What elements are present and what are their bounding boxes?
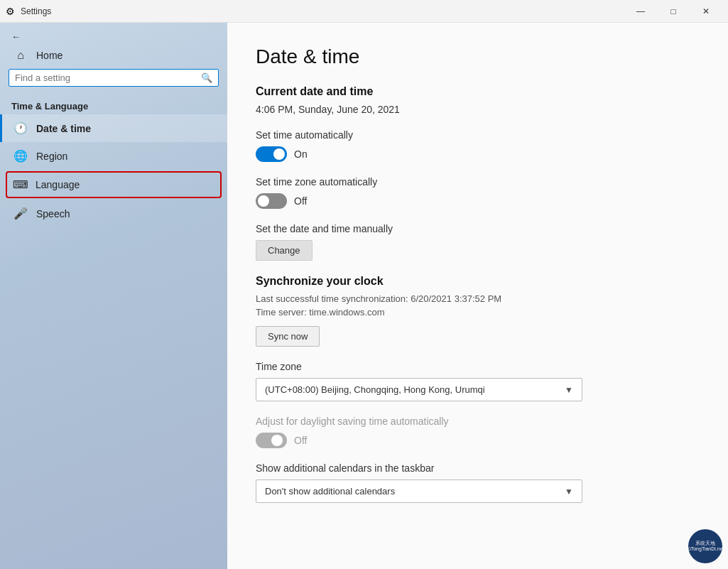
page-title: Date & time	[256, 45, 700, 68]
set-time-auto-label: Set time automatically	[256, 129, 700, 141]
set-timezone-auto-section: Set time zone automatically Off	[256, 176, 700, 209]
title-bar-title: Settings	[21, 6, 51, 16]
set-timezone-auto-toggle-row: Off	[256, 193, 700, 209]
additional-calendars-label: Show additional calendars in the taskbar	[256, 462, 700, 474]
clock-icon: 🕐	[13, 121, 28, 135]
timezone-dropdown-arrow: ▼	[565, 385, 573, 395]
watermark: 系统天地XiTongTianDi.net	[688, 529, 722, 563]
timezone-section: Time zone (UTC+08:00) Beijing, Chongqing…	[256, 361, 700, 401]
current-datetime-section: Current date and time 4:06 PM, Sunday, J…	[256, 85, 700, 115]
daylight-toggle-row: Off	[256, 433, 700, 448]
sidebar-item-language-label: Language	[36, 179, 80, 190]
additional-calendars-section: Show additional calendars in the taskbar…	[256, 462, 700, 503]
sync-line1: Last successful time synchronization: 6/…	[256, 293, 700, 304]
current-datetime-value: 4:06 PM, Sunday, June 20, 2021	[256, 104, 700, 115]
set-manually-label: Set the date and time manually	[256, 223, 700, 234]
additional-calendars-dropdown-arrow: ▼	[565, 487, 573, 497]
search-icon: 🔍	[201, 72, 212, 83]
minimize-button[interactable]: —	[624, 0, 657, 23]
daylight-label: Adjust for daylight saving time automati…	[256, 416, 700, 427]
sidebar-item-date-time[interactable]: 🕐 Date & time	[0, 114, 227, 142]
globe-icon: 🌐	[13, 149, 28, 163]
sidebar-section-label: Time & Language	[0, 95, 227, 114]
back-button[interactable]: ←	[0, 23, 227, 45]
set-time-auto-toggle[interactable]	[256, 146, 287, 162]
daylight-toggle-label: Off	[294, 435, 307, 446]
sync-now-button[interactable]: Sync now	[256, 326, 320, 347]
sync-line2: Time server: time.windows.com	[256, 307, 700, 318]
timezone-value: (UTC+08:00) Beijing, Chongqing, Hong Kon…	[265, 384, 485, 395]
sync-label: Synchronize your clock	[256, 275, 700, 288]
title-bar-controls: — □ ✕	[624, 0, 722, 23]
settings-icon: ⚙	[6, 6, 15, 17]
home-icon: ⌂	[13, 49, 28, 62]
set-timezone-auto-toggle-label: Off	[294, 195, 307, 207]
title-bar-left: ⚙ Settings	[6, 6, 51, 17]
timezone-label: Time zone	[256, 361, 700, 372]
sidebar-item-date-time-label: Date & time	[36, 123, 91, 134]
daylight-toggle[interactable]	[256, 433, 287, 448]
maximize-button[interactable]: □	[657, 0, 690, 23]
set-time-auto-toggle-row: On	[256, 146, 700, 162]
daylight-section: Adjust for daylight saving time automati…	[256, 416, 700, 448]
current-datetime-label: Current date and time	[256, 85, 700, 98]
sidebar-item-region-label: Region	[36, 151, 67, 162]
search-box[interactable]: 🔍	[9, 69, 219, 87]
watermark-text: 系统天地XiTongTianDi.net	[688, 541, 722, 553]
set-timezone-auto-label: Set time zone automatically	[256, 176, 700, 188]
sidebar-item-speech[interactable]: 🎤 Speech	[0, 200, 227, 227]
sidebar-item-home-label: Home	[36, 50, 63, 61]
sidebar-item-home[interactable]: ⌂ Home	[0, 45, 227, 66]
title-bar: ⚙ Settings — □ ✕	[0, 0, 728, 23]
additional-calendars-value: Don't show additional calendars	[265, 486, 395, 497]
app-body: ← ⌂ Home 🔍 Time & Language 🕐 Date & time…	[0, 23, 728, 569]
main-content: Date & time Current date and time 4:06 P…	[227, 23, 728, 569]
language-icon: ⌨	[13, 178, 27, 191]
set-manually-section: Set the date and time manually Change	[256, 223, 700, 261]
set-time-auto-section: Set time automatically On	[256, 129, 700, 162]
sidebar-item-speech-label: Speech	[36, 208, 70, 220]
back-icon: ←	[11, 31, 21, 42]
sidebar-item-language[interactable]: ⌨ Language	[6, 171, 222, 198]
close-button[interactable]: ✕	[690, 0, 722, 23]
search-input[interactable]	[15, 72, 197, 83]
additional-calendars-dropdown[interactable]: Don't show additional calendars ▼	[256, 479, 582, 503]
set-time-auto-toggle-label: On	[294, 148, 308, 160]
change-button[interactable]: Change	[256, 240, 313, 261]
sidebar: ← ⌂ Home 🔍 Time & Language 🕐 Date & time…	[0, 23, 227, 569]
sync-section: Synchronize your clock Last successful t…	[256, 275, 700, 347]
microphone-icon: 🎤	[13, 207, 28, 220]
timezone-dropdown[interactable]: (UTC+08:00) Beijing, Chongqing, Hong Kon…	[256, 378, 582, 401]
set-timezone-auto-toggle[interactable]	[256, 193, 287, 209]
sidebar-item-region[interactable]: 🌐 Region	[0, 142, 227, 170]
